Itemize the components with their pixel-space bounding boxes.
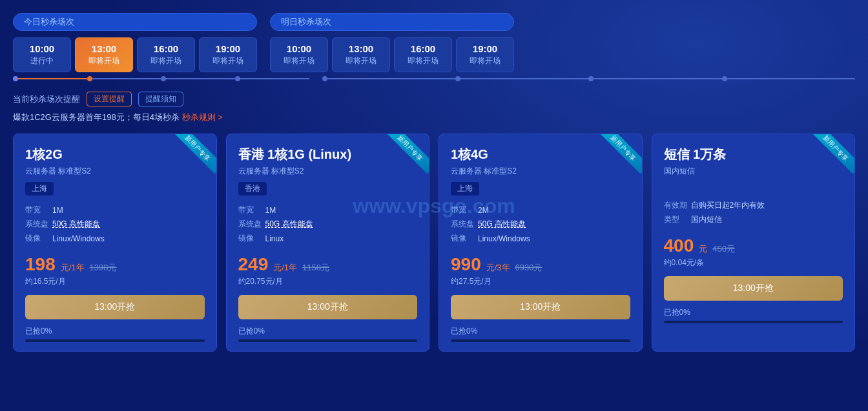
card-region: 香港 — [238, 182, 267, 195]
price-unit: 元 — [699, 243, 707, 255]
slot-status: 进行中 — [24, 55, 60, 66]
price-old: 450元 — [712, 243, 735, 255]
set-reminder-button[interactable]: 设置提醒 — [87, 92, 132, 106]
spec-label: 镜像 — [25, 233, 50, 244]
product-card-1: 新用户专享 香港 1核1G (Linux) 云服务器 标准型S2 香港 带宽 1… — [226, 134, 430, 352]
slot-time: 19:00 — [210, 43, 246, 54]
promo-link[interactable]: 秒杀规则 > — [182, 112, 223, 122]
slot-today-3[interactable]: 16:00 即将开场 — [137, 37, 195, 72]
schedules-container: 今日秒杀场次 10:00 进行中 13:00 即将开场 16:00 即将开场 1… — [13, 13, 855, 72]
progress-bar — [25, 339, 205, 342]
tomorrow-slots: 10:00 即将开场 13:00 即将开场 16:00 即将开场 19:00 即… — [270, 37, 514, 72]
spec-value: 50G 高性能盘 — [478, 219, 526, 230]
progress-bar — [664, 321, 843, 323]
new-user-badge: 新用户专享 — [597, 134, 642, 179]
spec-label: 系统盘 — [25, 219, 50, 230]
slot-tmrw-1[interactable]: 10:00 即将开场 — [270, 37, 328, 72]
price-monthly: 约20.75元/月 — [238, 276, 418, 287]
price-row: 400 元 450元 — [664, 236, 843, 256]
grab-button[interactable]: 13:00开抢 — [25, 295, 205, 319]
spec-value: 50G 高性能盘 — [265, 219, 313, 230]
new-user-badge: 新用户专享 — [809, 134, 854, 179]
grab-button[interactable]: 13:00开抢 — [664, 276, 843, 301]
progress-label: 已抢0% — [451, 326, 630, 337]
slot-tmrw-4[interactable]: 19:00 即将开场 — [456, 37, 514, 72]
today-label: 今日秒杀场次 — [13, 13, 257, 31]
price-old: 1158元 — [302, 262, 329, 274]
spec-item: 镜像 Linux/Windows — [25, 233, 205, 244]
price-old: 6930元 — [515, 262, 542, 274]
spec-label: 镜像 — [238, 233, 263, 244]
price-monthly: 约27.5元/月 — [451, 276, 630, 287]
spec-value: Linux/Windows — [478, 234, 530, 243]
slot-time: 10:00 — [24, 43, 60, 54]
spec-value: 50G 高性能盘 — [52, 219, 100, 230]
slot-status: 即将开场 — [343, 55, 379, 66]
price-row: 249 元/1年 1158元 — [238, 254, 418, 275]
spec-list: 带宽 2M 系统盘 50G 高性能盘 镜像 Linux/Windows — [451, 205, 630, 244]
spec-item: 系统盘 50G 高性能盘 — [238, 219, 418, 230]
promo-text: 爆款1C2G云服务器首年198元；每日4场秒杀 秒杀规则 > — [13, 112, 855, 123]
spec-label: 有效期 — [664, 200, 688, 211]
slot-time: 16:00 — [405, 43, 441, 54]
slot-time: 13:00 — [86, 43, 122, 54]
spec-item: 镜像 Linux/Windows — [451, 233, 630, 244]
slot-today-1[interactable]: 10:00 进行中 — [13, 37, 71, 72]
price-main: 198 — [25, 254, 56, 275]
price-main: 249 — [238, 254, 269, 275]
spec-value: 1M — [52, 206, 63, 215]
spec-label: 系统盘 — [451, 219, 475, 230]
grab-button[interactable]: 13:00开抢 — [451, 295, 630, 319]
slot-time: 10:00 — [281, 43, 317, 54]
spec-label: 系统盘 — [238, 219, 263, 230]
progress-label: 已抢0% — [238, 326, 418, 337]
price-monthly: 约0.04元/条 — [664, 257, 843, 268]
slot-tmrw-2[interactable]: 13:00 即将开场 — [332, 37, 390, 72]
spec-item: 类型 国内短信 — [664, 214, 843, 225]
card-region: 上海 — [25, 182, 54, 195]
price-unit: 元/3年 — [486, 262, 510, 274]
price-monthly: 约16.5元/月 — [25, 276, 205, 287]
price-main: 400 — [664, 236, 694, 256]
today-schedule: 今日秒杀场次 10:00 进行中 13:00 即将开场 16:00 即将开场 1… — [13, 13, 257, 72]
spec-value: 国内短信 — [691, 214, 722, 225]
spec-label: 带宽 — [25, 205, 50, 216]
spec-list: 带宽 1M 系统盘 50G 高性能盘 镜像 Linux/Windows — [25, 205, 205, 244]
slot-time: 19:00 — [467, 43, 503, 54]
progress-label: 已抢0% — [25, 326, 205, 337]
spec-value: Linux/Windows — [52, 234, 105, 243]
slot-today-4[interactable]: 19:00 即将开场 — [199, 37, 257, 72]
new-user-badge: 新用户专享 — [171, 134, 216, 179]
slot-status: 即将开场 — [86, 55, 122, 66]
spec-item: 系统盘 50G 高性能盘 — [25, 219, 205, 230]
product-card-2: 新用户专享 1核4G 云服务器 标准型S2 上海 带宽 2M 系统盘 50G 高… — [439, 134, 643, 352]
price-old: 1398元 — [90, 262, 117, 274]
progress-bar — [238, 339, 418, 342]
grab-button[interactable]: 13:00开抢 — [238, 295, 418, 319]
slot-tmrw-3[interactable]: 16:00 即将开场 — [394, 37, 452, 72]
spec-value: 自购买日起2年内有效 — [691, 200, 765, 211]
price-row: 990 元/3年 6930元 — [451, 254, 630, 275]
price-unit: 元/1年 — [273, 262, 297, 274]
today-slots: 10:00 进行中 13:00 即将开场 16:00 即将开场 19:00 即将… — [13, 37, 257, 72]
spec-list: 有效期 自购买日起2年内有效 类型 国内短信 — [664, 200, 843, 225]
spec-label: 类型 — [664, 214, 688, 225]
price-main: 990 — [451, 254, 481, 275]
price-unit: 元/1年 — [61, 262, 85, 274]
spec-label: 带宽 — [451, 205, 475, 216]
spec-label: 镜像 — [451, 233, 475, 244]
spec-item: 带宽 1M — [25, 205, 205, 216]
slot-status: 即将开场 — [467, 55, 503, 66]
new-user-badge: 新用户专享 — [384, 134, 429, 179]
spec-item: 系统盘 50G 高性能盘 — [451, 219, 630, 230]
spec-item: 带宽 1M — [238, 205, 418, 216]
price-row: 198 元/1年 1398元 — [25, 254, 205, 275]
card-region: 上海 — [451, 182, 479, 195]
notice-label: 当前秒杀场次提醒 — [13, 94, 80, 105]
spec-item: 镜像 Linux — [238, 233, 418, 244]
slot-time: 13:00 — [343, 43, 379, 54]
spec-item: 有效期 自购买日起2年内有效 — [664, 200, 843, 211]
reminder-rules-button[interactable]: 提醒须知 — [138, 92, 183, 106]
slot-today-2[interactable]: 13:00 即将开场 — [75, 37, 133, 72]
spec-value: 1M — [265, 206, 276, 215]
